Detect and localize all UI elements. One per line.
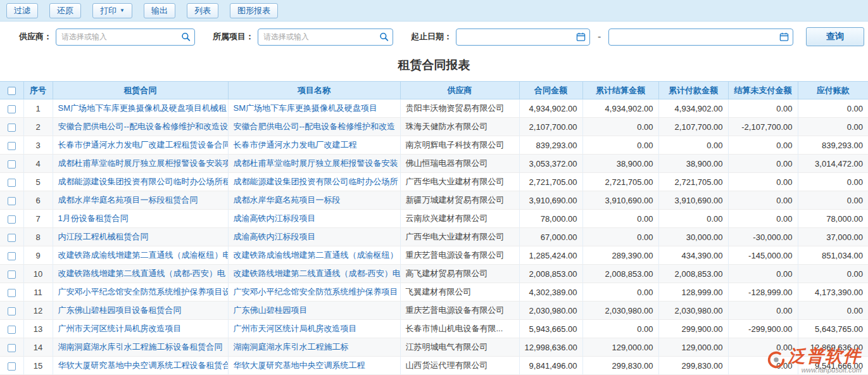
header-select-cell — [0, 82, 23, 99]
row-select-cell — [0, 155, 23, 173]
contract-link-cell: 广东佛山碧桂园项目设备租赁合同 — [53, 302, 228, 320]
project-link-cell: 湖南洞庭湖水库引水工程施工标 — [228, 338, 400, 357]
supplier-cell: 重庆艺普电源设备有限公司 — [400, 302, 519, 320]
row-checkbox[interactable] — [8, 197, 16, 205]
project-link[interactable]: 成都杜甫草堂临时展厅独立展柜报警设备安装 — [234, 158, 398, 168]
project-link[interactable]: 成都能源建设集团投资有限公司临时办公场所 — [234, 177, 398, 186]
contract-link[interactable]: 安徽合肥供电公司--配电设备检修维护和改造设 — [58, 122, 229, 131]
row-checkbox[interactable] — [8, 160, 16, 168]
contract-link[interactable]: 广州市天河区统计局机房改造项目 — [58, 324, 182, 333]
project-link[interactable]: 广东佛山碧桂园项目 — [234, 305, 308, 315]
filter-button[interactable]: 过滤 — [6, 3, 38, 18]
row-checkbox[interactable] — [8, 307, 16, 315]
search-icon[interactable] — [181, 32, 191, 42]
contract-link[interactable]: 1月份设备租赁合同 — [58, 213, 129, 223]
contract-link-cell: 长春市伊通河水力发电厂改建工程租赁设备合同 — [53, 136, 228, 155]
column-header[interactable]: 应付账款 — [798, 82, 868, 99]
project-link[interactable]: 成渝高铁内江标段项目 — [234, 213, 316, 223]
contract-link[interactable]: 广东佛山碧桂园项目设备租赁合同 — [58, 305, 182, 315]
paid-amount: 0.00 — [658, 136, 728, 155]
supplier-cell: 江苏明城电气有限公司 — [400, 338, 519, 357]
contract-link[interactable]: SM广场地下车库更换摄像机及硬盘项目机械租 — [58, 103, 227, 113]
date-end-input[interactable] — [608, 29, 793, 46]
project-link[interactable]: 成都水岸华庭名苑项目一标段 — [234, 195, 341, 205]
contract-link[interactable]: 成都水岸华庭名苑项目一标段租赁合同 — [58, 195, 198, 205]
column-header[interactable]: 序号 — [23, 82, 53, 99]
date-start-input[interactable] — [456, 29, 590, 46]
row-checkbox[interactable] — [8, 124, 16, 132]
select-all-checkbox[interactable] — [8, 87, 16, 95]
project-link[interactable]: 改建铁路线增建第二线直通线（成都-西安）电 — [234, 269, 401, 278]
contract-amount: 839,293.00 — [519, 136, 582, 155]
settled-unpaid-amount: 0.00 — [728, 155, 798, 173]
project-link[interactable]: 广州市天河区统计局机房改造项目 — [234, 324, 357, 333]
project-link[interactable]: 华软大厦研究基地中央空调系统工程 — [234, 360, 365, 370]
project-link[interactable]: 长春市伊通河水力发电厂改建工程 — [234, 140, 357, 149]
settled-amount: 289,390.00 — [582, 246, 658, 265]
chevron-down-icon: ▼ — [120, 8, 125, 13]
supplier-cell: 飞翼建材有限公司 — [400, 283, 519, 302]
project-link-cell: 华软大厦研究基地中央空调系统工程 — [228, 357, 400, 375]
column-header[interactable]: 累计付款金额 — [658, 82, 728, 99]
filter-button-label: 过滤 — [14, 5, 30, 16]
settled-unpaid-amount: -30,000.00 — [728, 228, 798, 246]
project-link-cell: 成渝高铁内江标段项目 — [228, 228, 400, 246]
row-checkbox[interactable] — [8, 270, 16, 279]
query-button[interactable]: 查询 — [806, 27, 864, 46]
column-header[interactable]: 合同金额 — [519, 82, 582, 99]
row-checkbox[interactable] — [8, 344, 16, 352]
column-header[interactable]: 供应商 — [400, 82, 519, 99]
supplier-cell: 新疆万城建材贸易有限公司 — [400, 191, 519, 210]
contract-link[interactable]: 广安邓小平纪念馆安全防范系统维护保养项目设 — [58, 287, 229, 296]
export-button[interactable]: 输出 — [144, 3, 175, 18]
contract-link-cell: SM广场地下车库更换摄像机及硬盘项目机械租 — [53, 99, 228, 118]
contract-link[interactable]: 内江段工程机械租赁合同 — [58, 232, 149, 241]
contract-link[interactable]: 华软大厦研究基地中央空调系统工程设备租赁合 — [58, 360, 229, 370]
contract-link[interactable]: 成都能源建设集团投资有限公司临时办公场所租 — [58, 177, 229, 186]
payable-amount: 0.00 — [798, 173, 868, 191]
project-link[interactable]: 广安邓小平纪念馆安全防范系统维护保养项目 — [234, 287, 398, 296]
row-checkbox[interactable] — [8, 362, 16, 371]
project-link[interactable]: 湖南洞庭湖水库引水工程施工标 — [234, 342, 349, 352]
project-link[interactable]: 成渝高铁内江标段项目 — [234, 232, 316, 241]
calendar-icon[interactable] — [576, 32, 586, 42]
restore-button[interactable]: 还原 — [49, 3, 81, 18]
settled-amount: 0.00 — [582, 136, 658, 155]
payable-amount: 5,643,765.00 — [798, 320, 868, 338]
row-number: 12 — [23, 302, 53, 320]
contract-link[interactable]: 成都杜甫草堂临时展厅独立展柜报警设备安装项 — [58, 158, 229, 168]
table-row: 6成都水岸华庭名苑项目一标段租赁合同成都水岸华庭名苑项目一标段新疆万城建材贸易有… — [0, 191, 868, 210]
column-header[interactable]: 项目名称 — [228, 82, 400, 99]
print-button[interactable]: 打印▼ — [92, 3, 132, 18]
row-checkbox[interactable] — [8, 179, 16, 187]
row-checkbox[interactable] — [8, 215, 16, 224]
row-checkbox[interactable] — [8, 326, 16, 334]
row-checkbox[interactable] — [8, 142, 16, 150]
column-header[interactable]: 结算未支付金额 — [728, 82, 798, 99]
contract-link[interactable]: 改建铁路成渝线增建第二直通线（成渝枢纽）电 — [58, 250, 229, 260]
list-view-button[interactable]: 列表 — [187, 3, 218, 18]
contract-link[interactable]: 改建铁路线增建第二线直通线（成都-西安）电 — [58, 269, 225, 278]
contract-amount: 2,030,980.00 — [519, 302, 582, 320]
contract-link[interactable]: 湖南洞庭湖水库引水工程施工标设备租赁合同 — [58, 342, 223, 352]
settled-amount: 0.00 — [582, 210, 658, 228]
supplier-cell: 南京明辉电子科技有限公司 — [400, 136, 519, 155]
search-icon[interactable] — [379, 32, 389, 42]
column-header[interactable]: 累计结算金额 — [582, 82, 658, 99]
row-checkbox[interactable] — [8, 289, 16, 297]
row-checkbox[interactable] — [8, 234, 16, 242]
chart-report-button[interactable]: 图形报表 — [230, 3, 278, 18]
supplier-input[interactable] — [56, 29, 195, 46]
row-checkbox[interactable] — [8, 105, 16, 113]
project-link[interactable]: 安徽合肥供电公司--配电设备检修维护和改造 — [234, 122, 396, 131]
row-checkbox[interactable] — [8, 252, 16, 260]
project-input[interactable] — [258, 29, 393, 46]
contract-link-cell: 广安邓小平纪念馆安全防范系统维护保养项目设 — [53, 283, 228, 302]
contract-link[interactable]: 长春市伊通河水力发电厂改建工程租赁设备合同 — [58, 140, 229, 149]
paid-amount: 3,910,690.00 — [658, 191, 728, 210]
calendar-icon[interactable] — [779, 32, 789, 42]
column-header[interactable]: 租赁合同 — [53, 82, 228, 99]
project-link[interactable]: SM广场地下车库更换摄像机及硬盘项目 — [234, 103, 378, 113]
project-link[interactable]: 改建铁路成渝线增建第二直通线（成渝枢纽） — [234, 250, 398, 260]
supplier-cell: 长春市博山机电设备有限... — [400, 320, 519, 338]
